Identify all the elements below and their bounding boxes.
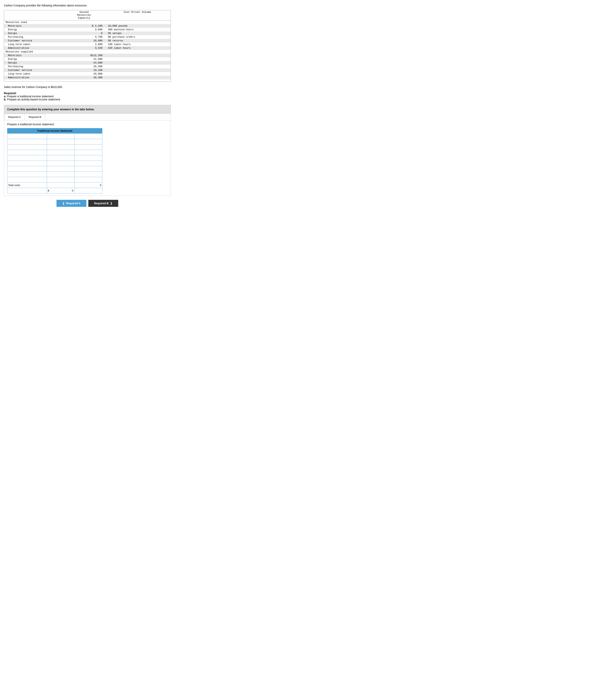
income-col1-input[interactable] [8, 139, 46, 144]
income-col1-input[interactable] [8, 172, 46, 176]
income-col3-input[interactable] [75, 161, 101, 166]
income-col3-input[interactable] [75, 139, 101, 144]
income-col1-input[interactable] [8, 145, 46, 149]
income-col1-input[interactable] [8, 167, 46, 171]
col-header-cost: Cost Driver Volume [124, 11, 151, 14]
tab-a-description: Prepare a traditional income statement. [7, 123, 167, 126]
resource-cost-driver: 10,000 pounds [104, 24, 171, 28]
income-row [7, 166, 102, 171]
resource-cost-driver: 330 labor-hours [104, 43, 171, 46]
resource-used-row: Setups 0 86 setups [4, 31, 171, 35]
resource-unused: 3,680 [64, 28, 104, 31]
income-col3-input[interactable] [75, 156, 101, 160]
resource-supplied-unused: $112,200 [64, 54, 104, 57]
dollar-sign: $ [48, 189, 49, 192]
resource-used-row: Energy 3,680 360 machine-hours [4, 28, 171, 31]
resource-supplied-name: Customer service [4, 68, 64, 72]
income-col2-input[interactable] [48, 172, 74, 176]
income-col2-input[interactable] [48, 150, 74, 155]
tabs-container: Required A Required B Prepare a traditio… [4, 114, 171, 196]
income-statement-table: Total costs 0 $ [7, 133, 102, 194]
required-label: Required: [4, 92, 16, 95]
income-col1-input[interactable] [8, 150, 46, 155]
income-row [7, 161, 102, 166]
income-row [7, 155, 102, 161]
income-col1-input[interactable] [8, 134, 46, 139]
required-section: Required: a. Prepare a traditional incom… [4, 92, 171, 101]
resource-supplied-unused: 28,300 [64, 76, 104, 79]
resource-supplied-row: Purchasing 26,300 [4, 65, 171, 68]
resource-supplied-unused: 21,680 [64, 57, 104, 61]
resource-supplied-row: Setups 24,080 [4, 61, 171, 65]
resource-supplied-cost [104, 57, 171, 61]
final-label-input[interactable] [8, 189, 46, 193]
resource-supplied-row: Customer service 19,100 [4, 68, 171, 72]
resources-supplied-label: Resources supplied [6, 50, 33, 53]
arrow-left-icon [62, 202, 65, 205]
resource-name: Materials [4, 24, 64, 28]
income-col2-input[interactable] [48, 134, 74, 139]
resource-name: Setups [4, 31, 64, 35]
income-col1-input[interactable] [8, 161, 46, 166]
resource-supplied-cost [104, 61, 171, 65]
resource-supplied-cost [104, 72, 171, 76]
tab-required-a[interactable]: Required A [4, 114, 25, 120]
total-costs-row: Total costs 0 [7, 182, 102, 188]
income-col2-input[interactable] [48, 177, 74, 182]
resource-name: Administrative [4, 46, 64, 50]
income-col3-input[interactable] [75, 134, 101, 139]
income-col3-input[interactable] [75, 145, 101, 149]
req-b-letter: b. [4, 98, 6, 101]
income-col1-input[interactable] [8, 156, 46, 160]
req-a-letter: a. [4, 95, 6, 98]
resource-cost-driver: 420 labor-hours [104, 46, 171, 50]
resource-supplied-unused: 29,000 [64, 72, 104, 76]
resource-name: Purchasing [4, 35, 64, 39]
resource-supplied-row: Long-term labor 29,000 [4, 72, 171, 76]
resource-supplied-cost [104, 76, 171, 79]
resource-supplied-name: Energy [4, 57, 64, 61]
resource-supplied-cost [104, 54, 171, 57]
resource-unused: 4,700 [64, 35, 104, 39]
resource-cost-driver: 86 setups [104, 31, 171, 35]
income-col1-input[interactable] [8, 177, 46, 182]
resource-name: Energy [4, 28, 64, 31]
resource-used-row: Purchasing 4,700 90 purchase orders [4, 35, 171, 39]
arrow-right-icon [110, 202, 112, 205]
income-col2-input[interactable] [48, 139, 74, 144]
resource-supplied-unused: 19,100 [64, 68, 104, 72]
resource-supplied-name: Long-term labor [4, 72, 64, 76]
resource-supplied-unused: 24,080 [64, 61, 104, 65]
income-col2-input[interactable] [48, 156, 74, 160]
next-button[interactable]: Required B [88, 200, 119, 207]
resource-table: UnusedResourcesCapacity Cost Driver Volu… [4, 10, 171, 82]
req-b-text: Prepare an activity-based income stateme… [7, 98, 61, 101]
req-a-text: Prepare a traditional income statement. [7, 95, 54, 98]
resource-unused: 0 [64, 31, 104, 35]
income-col2-input[interactable] [48, 167, 74, 171]
resource-unused: 10,600 [64, 39, 104, 43]
resource-used-row: Materials $ 2,200 10,000 pounds [4, 24, 171, 28]
income-col3-input[interactable] [75, 177, 101, 182]
income-row [7, 150, 102, 155]
final-value-row: $ [7, 188, 102, 193]
income-row [7, 177, 102, 182]
resource-supplied-row: Energy 21,680 [4, 57, 171, 61]
resource-supplied-unused: 26,300 [64, 65, 104, 68]
bottom-nav: Required A Required B [4, 200, 171, 207]
resource-cost-driver: 360 machine-hours [104, 28, 171, 31]
resource-name: Long-term labor [4, 43, 64, 46]
income-col2-input[interactable] [48, 145, 74, 149]
income-col3-input[interactable] [75, 172, 101, 176]
income-col3-input[interactable] [75, 167, 101, 171]
resource-supplied-name: Materials [4, 54, 64, 57]
final-value-input[interactable] [50, 189, 74, 192]
tab-a-content: Prepare a traditional income statement. … [4, 121, 171, 196]
resources-used-label: Resources used [6, 21, 27, 24]
tab-required-b[interactable]: Required B [24, 114, 45, 120]
resource-cost-driver: 50 returns [104, 39, 171, 43]
income-col3-input[interactable] [75, 150, 101, 155]
prev-button[interactable]: Required A [57, 200, 86, 207]
prev-button-label: Required A [66, 202, 81, 205]
income-col2-input[interactable] [48, 161, 74, 166]
